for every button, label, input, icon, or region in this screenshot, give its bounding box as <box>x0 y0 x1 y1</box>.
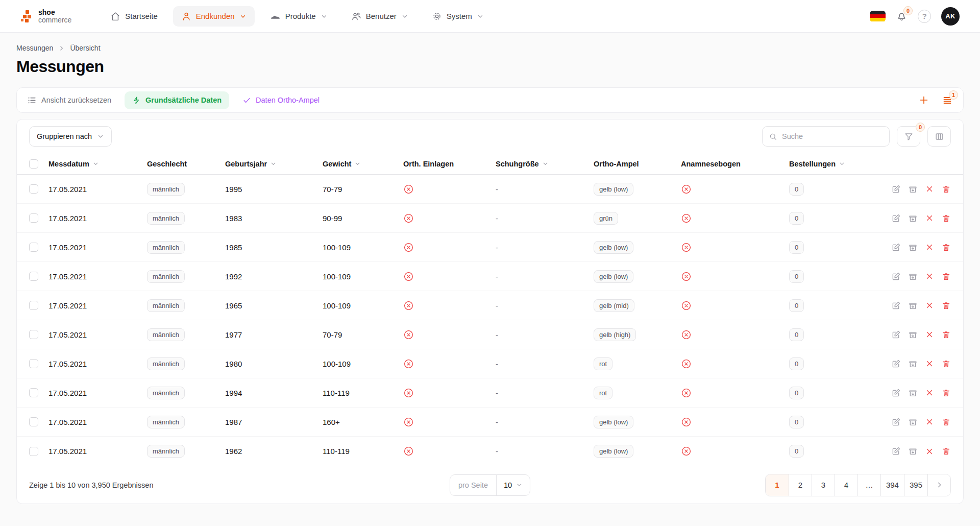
row-checkbox[interactable] <box>29 272 38 281</box>
archive-button[interactable] <box>908 272 918 281</box>
table-row[interactable]: 17.05.2021 männlich 1983 90-99 - grün 0 <box>17 204 963 233</box>
edit-button[interactable] <box>891 417 901 427</box>
delete-button[interactable] <box>941 446 951 456</box>
archive-button[interactable] <box>908 330 918 340</box>
column-header-geburtsjahr[interactable]: Geburtsjahr <box>225 160 323 168</box>
search-input[interactable] <box>782 132 883 140</box>
row-checkbox[interactable] <box>29 417 38 426</box>
archive-button[interactable] <box>908 243 918 252</box>
cancel-button[interactable] <box>925 243 934 252</box>
row-checkbox[interactable] <box>29 330 38 339</box>
row-checkbox[interactable] <box>29 359 38 368</box>
orders-count-badge: 0 <box>789 445 804 458</box>
add-view-button[interactable] <box>918 94 929 106</box>
row-checkbox[interactable] <box>29 213 38 223</box>
archive-button[interactable] <box>908 184 918 194</box>
cancel-button[interactable] <box>925 359 934 368</box>
table-row[interactable]: 17.05.2021 männlich 1962 110-119 - gelb … <box>17 437 963 466</box>
edit-button[interactable] <box>891 388 901 398</box>
delete-button[interactable] <box>941 330 951 340</box>
nav-item-produkte[interactable]: Produkte <box>262 6 336 27</box>
delete-button[interactable] <box>941 184 951 194</box>
cancel-button[interactable] <box>925 330 934 339</box>
language-flag-german[interactable] <box>870 11 886 22</box>
row-checkbox[interactable] <box>29 447 38 456</box>
edit-button[interactable] <box>891 184 901 194</box>
archive-button[interactable] <box>908 388 918 398</box>
columns-button[interactable] <box>927 126 951 147</box>
table-row[interactable]: 17.05.2021 männlich 1965 100-109 - gelb … <box>17 291 963 320</box>
filter-button[interactable]: 0 <box>897 126 920 147</box>
column-header-schuhgroesse[interactable]: Schuhgröße <box>496 160 594 168</box>
page-button[interactable]: 3 <box>812 474 835 496</box>
page-button[interactable]: 1 <box>766 474 789 496</box>
edit-button[interactable] <box>891 243 901 252</box>
cancel-button[interactable] <box>925 301 934 310</box>
page-button[interactable]: 394 <box>880 474 904 496</box>
page-button[interactable]: … <box>857 474 880 496</box>
table-row[interactable]: 17.05.2021 männlich 1985 100-109 - gelb … <box>17 233 963 262</box>
avatar[interactable]: AK <box>941 7 960 26</box>
column-header-gewicht[interactable]: Gewicht <box>323 160 403 168</box>
table-row[interactable]: 17.05.2021 männlich 1980 100-109 - rot 0 <box>17 349 963 378</box>
page-button[interactable]: 2 <box>789 474 812 496</box>
nav-item-system[interactable]: System <box>424 6 492 27</box>
edit-button[interactable] <box>891 213 901 223</box>
saved-views-button[interactable]: 1 <box>942 94 953 106</box>
per-page-select[interactable]: 10 <box>496 475 530 495</box>
cancel-button[interactable] <box>925 184 934 194</box>
delete-button[interactable] <box>941 417 951 427</box>
delete-button[interactable] <box>941 272 951 281</box>
delete-button[interactable] <box>941 301 951 310</box>
reset-view-button[interactable]: Ansicht zurücksetzen <box>27 95 111 105</box>
row-checkbox[interactable] <box>29 243 38 252</box>
row-actions <box>896 417 951 427</box>
table-row[interactable]: 17.05.2021 männlich 1994 110-119 - rot 0 <box>17 378 963 408</box>
archive-button[interactable] <box>908 446 918 456</box>
view-tab-daten-ortho-ampel[interactable]: Daten Ortho-Ampel <box>242 91 327 109</box>
view-tab-grundsaetzliche-daten[interactable]: Grundsätzliche Daten <box>125 91 229 109</box>
nav-item-startseite[interactable]: Startseite <box>102 6 165 27</box>
column-header-messdatum[interactable]: Messdatum <box>48 160 147 168</box>
table-row[interactable]: 17.05.2021 männlich 1977 70-79 - gelb (h… <box>17 320 963 349</box>
help-button[interactable]: ? <box>918 10 931 23</box>
table-row[interactable]: 17.05.2021 männlich 1987 160+ - gelb (lo… <box>17 408 963 437</box>
row-checkbox[interactable] <box>29 301 38 310</box>
table-row[interactable]: 17.05.2021 männlich 1992 100-109 - gelb … <box>17 262 963 291</box>
nav-item-benutzer[interactable]: Benutzer <box>343 6 416 27</box>
delete-button[interactable] <box>941 243 951 252</box>
select-all-checkbox[interactable] <box>29 159 38 169</box>
cancel-button[interactable] <box>925 447 934 456</box>
pagination-next-button[interactable] <box>927 474 950 496</box>
page-button[interactable]: 4 <box>835 474 857 496</box>
cell-gewicht: 110-119 <box>323 389 403 397</box>
row-checkbox[interactable] <box>29 388 38 397</box>
cell-messdatum: 17.05.2021 <box>48 330 147 339</box>
brand-logo[interactable]: shoe commerce <box>20 9 71 23</box>
cancel-button[interactable] <box>925 213 934 223</box>
delete-button[interactable] <box>941 388 951 398</box>
cancel-button[interactable] <box>925 388 934 397</box>
delete-button[interactable] <box>941 213 951 223</box>
edit-button[interactable] <box>891 272 901 281</box>
edit-button[interactable] <box>891 330 901 340</box>
notifications-button[interactable]: 0 <box>896 10 908 22</box>
archive-button[interactable] <box>908 417 918 427</box>
edit-button[interactable] <box>891 446 901 456</box>
page-button[interactable]: 395 <box>904 474 927 496</box>
archive-button[interactable] <box>908 301 918 310</box>
cancel-button[interactable] <box>925 272 934 281</box>
table-row[interactable]: 17.05.2021 männlich 1995 70-79 - gelb (l… <box>17 175 963 204</box>
table-controls-right: 0 <box>762 126 951 147</box>
cancel-button[interactable] <box>925 417 934 426</box>
group-by-button[interactable]: Gruppieren nach <box>29 126 112 147</box>
edit-button[interactable] <box>891 359 901 369</box>
archive-button[interactable] <box>908 359 918 369</box>
column-header-bestellungen[interactable]: Bestellungen <box>789 160 896 168</box>
row-checkbox[interactable] <box>29 184 38 194</box>
archive-button[interactable] <box>908 213 918 223</box>
edit-button[interactable] <box>891 301 901 310</box>
breadcrumb-messungen[interactable]: Messungen <box>16 44 53 52</box>
nav-item-endkunden[interactable]: Endkunden <box>173 6 255 27</box>
delete-button[interactable] <box>941 359 951 369</box>
